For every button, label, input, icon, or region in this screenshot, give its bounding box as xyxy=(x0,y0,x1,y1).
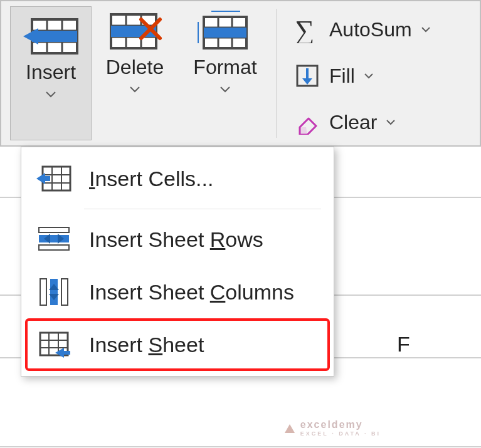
menu-insert-sheet[interactable]: Insert Sheet xyxy=(25,318,330,371)
clear-label: Clear xyxy=(329,111,377,134)
menu-separator xyxy=(84,209,321,209)
autosum-dropdown-button[interactable]: ∑ AutoSum xyxy=(293,15,477,44)
menu-insert-cells[interactable]: Insert Cells... xyxy=(25,152,330,205)
svg-rect-35 xyxy=(39,235,69,242)
svg-marker-26 xyxy=(302,78,312,85)
watermark: exceldemy EXCEL · DATA · BI xyxy=(283,419,381,437)
chevron-down-icon xyxy=(219,81,231,96)
chevron-down-icon xyxy=(45,86,56,101)
svg-marker-51 xyxy=(285,424,295,433)
eraser-icon xyxy=(293,108,322,137)
svg-rect-37 xyxy=(39,245,69,250)
sigma-icon: ∑ xyxy=(293,15,322,44)
insert-rows-icon xyxy=(36,224,71,254)
autosum-label: AutoSum xyxy=(329,18,412,41)
insert-dropdown-menu: Insert Cells... Insert Sheet Rows In xyxy=(21,147,334,377)
svg-rect-41 xyxy=(40,279,46,305)
format-dropdown-button[interactable]: Format xyxy=(178,1,272,145)
gridline xyxy=(0,446,481,447)
chevron-down-icon xyxy=(386,117,396,128)
chevron-down-icon xyxy=(129,81,140,96)
delete-label: Delete xyxy=(106,56,164,79)
chevron-down-icon xyxy=(421,24,431,35)
ribbon-editing-group: ∑ AutoSum Fill Clear xyxy=(280,1,480,145)
watermark-brand: exceldemy xyxy=(300,419,363,430)
fill-label: Fill xyxy=(329,65,355,88)
column-letter: F xyxy=(397,332,410,357)
svg-rect-21 xyxy=(204,28,246,38)
insert-cells-icon xyxy=(36,164,71,194)
menu-insert-sheet-columns-label: Insert Sheet Columns xyxy=(89,280,294,305)
chevron-down-icon xyxy=(364,70,374,81)
clear-dropdown-button[interactable]: Clear xyxy=(293,108,477,137)
svg-text:∑: ∑ xyxy=(295,16,314,43)
svg-marker-28 xyxy=(300,127,307,135)
svg-rect-36 xyxy=(39,227,69,232)
svg-rect-42 xyxy=(61,279,68,305)
ribbon-cells-group: Insert Delete xyxy=(0,0,481,147)
insert-label: Insert xyxy=(26,61,76,84)
delete-dropdown-button[interactable]: Delete xyxy=(92,1,178,145)
menu-insert-sheet-columns[interactable]: Insert Sheet Columns xyxy=(25,266,330,318)
svg-rect-40 xyxy=(50,279,58,305)
insert-sheet-icon xyxy=(36,330,71,360)
ribbon-separator xyxy=(276,9,277,138)
format-label: Format xyxy=(193,56,256,79)
menu-insert-cells-label: Insert Cells... xyxy=(89,167,213,191)
format-cells-icon xyxy=(198,11,253,51)
insert-columns-icon xyxy=(36,277,71,307)
insert-cells-icon xyxy=(23,16,78,56)
fill-dropdown-button[interactable]: Fill xyxy=(293,61,477,90)
menu-insert-sheet-label: Insert Sheet xyxy=(89,333,204,357)
menu-insert-sheet-rows[interactable]: Insert Sheet Rows xyxy=(25,213,330,266)
delete-cells-icon xyxy=(107,11,162,51)
fill-down-icon xyxy=(293,61,322,90)
watermark-tagline: EXCEL · DATA · BI xyxy=(300,430,381,437)
menu-insert-sheet-rows-label: Insert Sheet Rows xyxy=(89,227,263,252)
insert-dropdown-button[interactable]: Insert xyxy=(10,6,92,140)
